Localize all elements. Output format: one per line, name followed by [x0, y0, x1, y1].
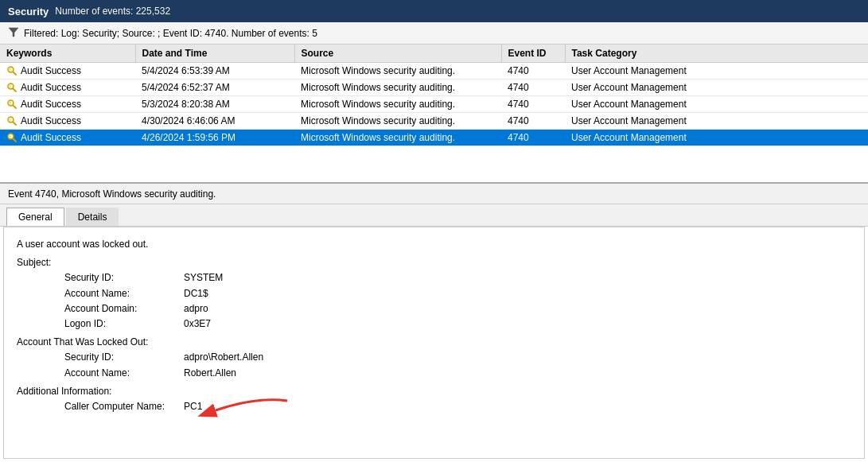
- keywords-text: Audit Success: [21, 132, 81, 143]
- audit-success-icon: !: [6, 115, 18, 126]
- caller-computer-name-label: Caller Computer Name:: [64, 399, 184, 414]
- additional-label: Additional Information:: [17, 384, 851, 399]
- table-row[interactable]: ! Audit Success5/3/2024 8:20:38 AMMicros…: [0, 96, 868, 113]
- additional-caller-computer: Caller Computer Name: PC1: [17, 399, 851, 414]
- svg-line-2: [14, 72, 17, 76]
- lower-panel: Event 4740, Microsoft Windows security a…: [0, 184, 868, 462]
- col-header-taskcategory[interactable]: Task Category: [565, 45, 868, 63]
- tab-details[interactable]: Details: [66, 208, 119, 226]
- cell-source: Microsoft Windows security auditing.: [294, 96, 501, 113]
- cell-datetime: 5/4/2024 6:53:39 AM: [135, 63, 294, 80]
- event-details-panel: A user account was locked out. Subject: …: [3, 227, 865, 459]
- subject-logon-id: Logon ID: 0x3E7: [17, 316, 851, 332]
- subject-security-id: Security ID: SYSTEM: [17, 270, 851, 285]
- svg-marker-0: [9, 28, 18, 37]
- subject-account-name-label: Account Name:: [64, 286, 184, 301]
- detail-intro-section: A user account was locked out.: [17, 237, 851, 252]
- lockedout-label: Account That Was Locked Out:: [17, 335, 851, 350]
- filter-bar: Filtered: Log: Security; Source: ; Event…: [0, 22, 868, 45]
- events-table: Keywords Date and Time Source Event ID T…: [0, 45, 868, 146]
- svg-line-8: [14, 106, 17, 109]
- cell-source: Microsoft Windows security auditing.: [294, 63, 501, 80]
- lockedout-account-name-value: Robert.Allen: [184, 366, 236, 381]
- caller-computer-name-value: PC1: [184, 399, 202, 414]
- cell-source: Microsoft Windows security auditing.: [294, 130, 501, 146]
- event-count: Number of events: 225,532: [55, 6, 170, 17]
- table-row[interactable]: ! Audit Success5/4/2024 6:52:37 AMMicros…: [0, 80, 868, 96]
- cell-taskcategory: User Account Management: [565, 63, 868, 80]
- cell-taskcategory: User Account Management: [565, 130, 868, 146]
- subject-logon-id-label: Logon ID:: [64, 316, 184, 332]
- table-header-row: Keywords Date and Time Source Event ID T…: [0, 45, 868, 63]
- keywords-text: Audit Success: [21, 115, 81, 126]
- cell-eventid: 4740: [501, 96, 565, 113]
- audit-success-icon: !: [6, 132, 18, 143]
- subject-account-domain-label: Account Domain:: [64, 301, 184, 316]
- cell-datetime: 5/3/2024 8:20:38 AM: [135, 96, 294, 113]
- cell-keywords: ! Audit Success: [0, 80, 135, 95]
- keywords-text: Audit Success: [21, 65, 81, 76]
- subject-security-id-value: SYSTEM: [184, 270, 223, 285]
- svg-line-14: [14, 139, 17, 142]
- tabs-bar: General Details: [0, 204, 868, 227]
- lockedout-security-id-label: Security ID:: [64, 350, 184, 365]
- lockedout-security-id-value: adpro\Robert.Allen: [184, 350, 263, 365]
- lockedout-security-id: Security ID: adpro\Robert.Allen: [17, 350, 851, 365]
- svg-line-5: [14, 89, 17, 92]
- detail-additional-section: Additional Information: Caller Computer …: [17, 384, 851, 414]
- svg-line-11: [14, 122, 17, 126]
- keywords-text: Audit Success: [21, 82, 81, 93]
- cell-eventid: 4740: [501, 80, 565, 96]
- col-header-eventid[interactable]: Event ID: [501, 45, 565, 63]
- subject-account-domain-value: adpro: [184, 301, 208, 316]
- subject-account-domain: Account Domain: adpro: [17, 301, 851, 316]
- app-title: Security: [8, 6, 49, 17]
- subject-account-name-value: DC1$: [184, 286, 208, 301]
- cell-taskcategory: User Account Management: [565, 96, 868, 113]
- subject-label: Subject:: [17, 255, 851, 270]
- events-tbody: ! Audit Success5/4/2024 6:53:39 AMMicros…: [0, 63, 868, 146]
- table-row[interactable]: ! Audit Success4/30/2024 6:46:06 AMMicro…: [0, 113, 868, 130]
- lockedout-account-name-label: Account Name:: [64, 366, 184, 381]
- main-container: Security Number of events: 225,532 Filte…: [0, 0, 868, 462]
- filter-text: Filtered: Log: Security; Source: ; Event…: [24, 28, 317, 39]
- subject-account-name: Account Name: DC1$: [17, 286, 851, 301]
- events-table-area[interactable]: Keywords Date and Time Source Event ID T…: [0, 45, 868, 184]
- subject-logon-id-value: 0x3E7: [184, 316, 211, 332]
- col-header-datetime[interactable]: Date and Time: [135, 45, 294, 63]
- cell-eventid: 4740: [501, 63, 565, 80]
- audit-success-icon: !: [6, 99, 18, 110]
- filter-icon: [8, 26, 19, 40]
- cell-eventid: 4740: [501, 113, 565, 130]
- cell-datetime: 4/30/2024 6:46:06 AM: [135, 113, 294, 130]
- cell-taskcategory: User Account Management: [565, 80, 868, 96]
- subject-security-id-label: Security ID:: [64, 270, 184, 285]
- audit-success-icon: !: [6, 82, 18, 93]
- cell-source: Microsoft Windows security auditing.: [294, 80, 501, 96]
- detail-lockedout-section: Account That Was Locked Out: Security ID…: [17, 335, 851, 381]
- table-row[interactable]: ! Audit Success4/26/2024 1:59:56 PMMicro…: [0, 130, 868, 146]
- col-header-source[interactable]: Source: [294, 45, 501, 63]
- cell-datetime: 4/26/2024 1:59:56 PM: [135, 130, 294, 146]
- cell-keywords: ! Audit Success: [0, 130, 135, 146]
- cell-eventid: 4740: [501, 130, 565, 146]
- cell-keywords: ! Audit Success: [0, 113, 135, 129]
- table-row[interactable]: ! Audit Success5/4/2024 6:53:39 AMMicros…: [0, 63, 868, 80]
- detail-intro-text: A user account was locked out.: [17, 239, 148, 250]
- cell-keywords: ! Audit Success: [0, 96, 135, 112]
- audit-success-icon: !: [6, 65, 18, 76]
- col-header-keywords[interactable]: Keywords: [0, 45, 135, 63]
- detail-subject-section: Subject: Security ID: SYSTEM Account Nam…: [17, 255, 851, 332]
- keywords-text: Audit Success: [21, 99, 81, 110]
- cell-taskcategory: User Account Management: [565, 113, 868, 130]
- cell-keywords: ! Audit Success: [0, 63, 135, 79]
- cell-source: Microsoft Windows security auditing.: [294, 113, 501, 130]
- tab-general[interactable]: General: [6, 208, 64, 226]
- title-bar: Security Number of events: 225,532: [0, 0, 868, 22]
- cell-datetime: 5/4/2024 6:52:37 AM: [135, 80, 294, 96]
- lockedout-account-name: Account Name: Robert.Allen: [17, 366, 851, 381]
- event-summary-text: Event 4740, Microsoft Windows security a…: [8, 188, 216, 200]
- event-summary-bar: Event 4740, Microsoft Windows security a…: [0, 184, 868, 204]
